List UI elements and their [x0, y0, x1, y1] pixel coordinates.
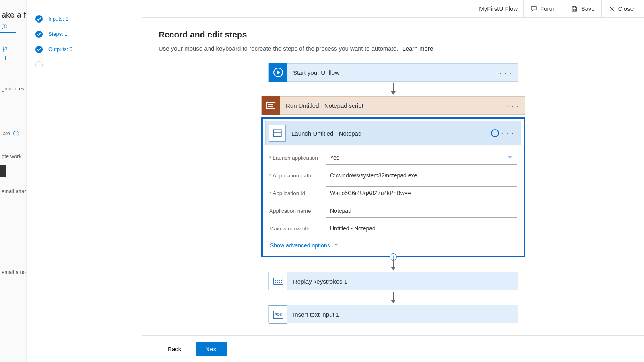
card-replay-keystrokes[interactable]: Replay keystrokes 1 · · · [268, 272, 518, 290]
card-menu-icon[interactable]: · · · [500, 311, 512, 318]
field-label-launch-app: Launch application [269, 155, 326, 161]
card-menu-icon[interactable]: · · · [507, 102, 519, 109]
step-sublabel: Steps: 1 [48, 31, 68, 37]
field-label-app-path: Application path [269, 173, 326, 179]
page-subtitle: Use your mouse and keyboard to recreate … [159, 45, 628, 52]
step-sublabel: Outputs: 0 [48, 46, 72, 52]
step-complete-icon [35, 15, 43, 23]
chat-icon [530, 5, 537, 12]
svg-rect-0 [573, 6, 575, 8]
forum-button[interactable]: Forum [523, 0, 564, 18]
card-title: Launch Untitled - Notepad [286, 130, 361, 137]
next-button[interactable]: Next [196, 342, 227, 356]
chevron-down-icon [333, 242, 339, 249]
window-icon [269, 125, 286, 142]
info-icon: i [13, 131, 19, 136]
keyboard-icon [269, 272, 287, 290]
bg-item: email a no [0, 266, 26, 278]
save-label: Save [581, 5, 594, 12]
bg-item: gnated even [0, 82, 26, 95]
flow-name: MyFirstUIFlow [473, 5, 523, 12]
card-launch-notepad: Launch Untitled - Notepad i · · · Launch… [261, 117, 525, 257]
bg-item: late i [0, 127, 26, 140]
connector-arrow [393, 292, 394, 303]
launch-app-select[interactable] [326, 151, 517, 165]
plus-icon: + [3, 54, 26, 62]
field-label-win-title: Main window title [269, 226, 326, 232]
top-header: MyFirstUIFlow Forum Save Close [142, 0, 644, 18]
bg-dark-box [0, 165, 6, 177]
card-title: Insert text input 1 [287, 311, 339, 318]
card-run-script[interactable]: Run Untitled - Notepad script · · · [261, 96, 525, 115]
card-menu-icon[interactable]: · · · [500, 69, 512, 76]
forum-label: Forum [540, 5, 557, 12]
main-content: Record and edit steps Use your mouse and… [142, 18, 644, 362]
svg-rect-2 [273, 130, 281, 136]
card-start-flow[interactable]: Start your UI flow · · · [268, 63, 518, 82]
close-button[interactable]: Close [601, 0, 640, 18]
learn-more-link[interactable]: Learn more [402, 45, 433, 52]
card-title: Start your UI flow [287, 69, 339, 76]
save-icon [571, 5, 578, 12]
card-menu-icon[interactable]: · · · [502, 130, 514, 137]
bg-item: ote work [0, 150, 26, 162]
bg-progress-line [0, 32, 16, 33]
footer-bar: Back Next [142, 335, 644, 362]
play-icon [269, 63, 287, 82]
close-icon [608, 5, 615, 12]
steps-sidebar: Set up inputsInputs: 1 Record and edit s… [27, 0, 142, 362]
background-panel: ake a flo i ⚐ + gnated even late i ote w… [0, 0, 27, 362]
app-name-input[interactable] [326, 204, 517, 218]
step-test[interactable]: Test [27, 56, 142, 72]
launch-app-value[interactable] [326, 151, 517, 165]
card-insert-text[interactable]: Abc Insert text input 1 · · · [268, 305, 518, 323]
step-setup-inputs[interactable]: Set up inputsInputs: 1 [27, 10, 142, 26]
save-button[interactable]: Save [564, 0, 601, 18]
script-icon [262, 96, 280, 115]
info-icon: i [2, 24, 7, 29]
win-title-input[interactable] [326, 222, 517, 235]
svg-rect-1 [573, 9, 576, 11]
card-header[interactable]: Launch Untitled - Notepad i · · · [265, 121, 521, 145]
close-label: Close [618, 5, 634, 12]
card-title: Run Untitled - Notepad script [280, 102, 363, 109]
step-record-edit[interactable]: Record and edit stepsSteps: 1 [27, 26, 142, 41]
back-button[interactable]: Back [159, 342, 190, 356]
connector-arrow [393, 83, 394, 95]
connector-with-add: + [393, 257, 394, 272]
bg-item: email attac [0, 185, 26, 197]
field-label-app-id: Application Id [269, 190, 326, 196]
card-body: Launch application Application path [263, 145, 524, 256]
field-label-app-name: Application name [269, 208, 326, 214]
flag-icon: ⚐ [2, 45, 26, 54]
show-advanced-link[interactable]: Show advanced options [269, 239, 517, 249]
text-abc-icon: Abc [269, 305, 287, 324]
connector-arrow [393, 259, 394, 270]
page-title: Record and edit steps [159, 30, 628, 39]
card-menu-icon[interactable]: · · · [500, 278, 512, 285]
step-pending-icon [35, 61, 43, 68]
flow-canvas: Start your UI flow · · · Run Untitled - … [159, 63, 628, 323]
step-complete-icon [35, 46, 43, 53]
app-path-input[interactable] [326, 169, 517, 182]
bg-title: ake a flo [0, 0, 26, 23]
step-sublabel: Inputs: 1 [48, 16, 68, 22]
step-complete-icon [35, 31, 43, 38]
card-title: Replay keystrokes 1 [287, 278, 347, 285]
app-id-input[interactable] [326, 186, 517, 200]
step-review-outputs[interactable]: Review outputsOutputs: 0 [27, 41, 142, 56]
info-icon[interactable]: i [491, 129, 499, 137]
